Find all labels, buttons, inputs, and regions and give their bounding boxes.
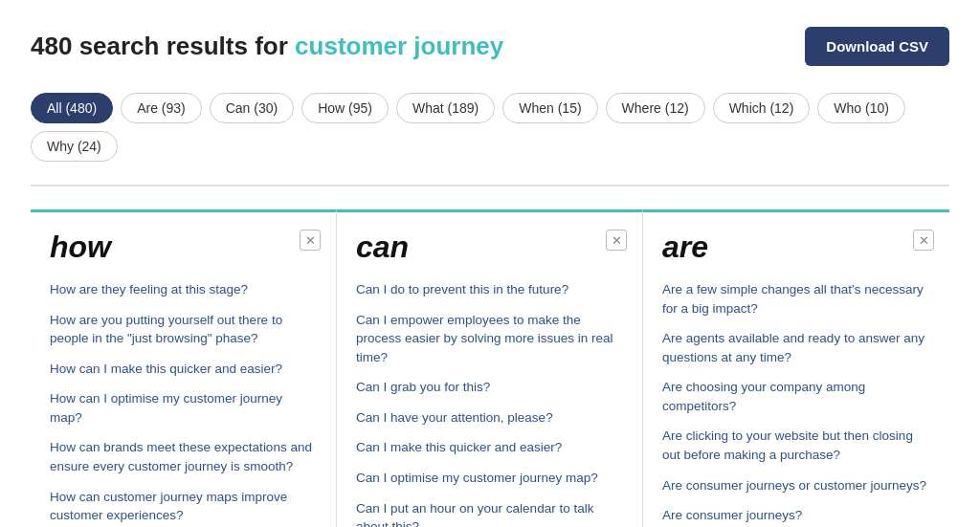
- column-heading-can: can: [356, 230, 623, 265]
- result-label: search results for: [79, 32, 288, 60]
- filter-tab-what[interactable]: What (189): [396, 93, 495, 123]
- filter-tab-how[interactable]: How (95): [301, 93, 389, 123]
- result-item[interactable]: Are clicking to your website but then cl…: [662, 427, 930, 464]
- result-item[interactable]: Can I put an hour on your calendar to ta…: [356, 499, 623, 528]
- filter-tabs: All (480)Are (93)Can (30)How (95)What (1…: [31, 93, 949, 162]
- filter-tab-all[interactable]: All (480): [31, 93, 113, 123]
- column-how: how✕How are they feeling at this stage?H…: [31, 209, 337, 527]
- result-item[interactable]: Are consumer journeys or customer journe…: [662, 476, 930, 495]
- filter-tab-which[interactable]: Which (12): [713, 93, 811, 123]
- keyword: customer journey: [295, 32, 503, 60]
- close-column-can[interactable]: ✕: [606, 230, 627, 251]
- filter-tab-where[interactable]: Where (12): [606, 93, 705, 123]
- result-item[interactable]: Are choosing your company among competit…: [662, 378, 930, 415]
- result-item[interactable]: Can I empower employees to make the proc…: [356, 311, 623, 367]
- column-heading-how: how: [50, 230, 317, 265]
- result-title: 480 search results for customer journey: [31, 32, 503, 61]
- divider: [31, 185, 949, 187]
- result-item[interactable]: Are consumer journeys?: [662, 506, 930, 525]
- filter-tab-can[interactable]: Can (30): [210, 93, 294, 123]
- result-item[interactable]: How can I optimise my customer journey m…: [50, 389, 317, 427]
- result-item[interactable]: How can I make this quicker and easier?: [50, 360, 317, 379]
- header-row: 480 search results for customer journey …: [31, 27, 949, 66]
- filter-tab-when[interactable]: When (15): [502, 93, 597, 123]
- result-count: 480: [31, 32, 72, 60]
- filter-tab-are[interactable]: Are (93): [121, 93, 202, 123]
- result-item[interactable]: Can I make this quicker and easier?: [356, 438, 623, 457]
- results-columns: how✕How are they feeling at this stage?H…: [31, 209, 949, 527]
- close-column-how[interactable]: ✕: [300, 230, 321, 251]
- column-are: are✕Are a few simple changes all that's …: [643, 209, 949, 527]
- column-heading-are: are: [662, 230, 930, 265]
- filter-tab-who[interactable]: Who (10): [817, 93, 905, 123]
- result-item[interactable]: Can I have your attention, please?: [356, 408, 623, 428]
- result-item[interactable]: How are you putting yourself out there t…: [50, 311, 317, 348]
- close-column-are[interactable]: ✕: [913, 230, 934, 251]
- result-item[interactable]: How can brands meet these expectations a…: [50, 438, 317, 475]
- result-item[interactable]: Can I grab you for this?: [356, 378, 623, 397]
- result-item[interactable]: Are a few simple changes all that's nece…: [662, 280, 930, 318]
- result-item[interactable]: How are they feeling at this stage?: [50, 280, 317, 299]
- filter-tab-why[interactable]: Why (24): [31, 131, 118, 162]
- download-csv-button[interactable]: Download CSV: [805, 27, 949, 66]
- result-item[interactable]: How can customer journey maps improve cu…: [50, 488, 317, 525]
- result-item[interactable]: Are agents available and ready to answer…: [662, 329, 930, 366]
- result-item[interactable]: Can I do to prevent this in the future?: [356, 280, 623, 299]
- result-item[interactable]: Can I optimise my customer journey map?: [356, 469, 623, 488]
- column-can: can✕Can I do to prevent this in the futu…: [337, 209, 643, 527]
